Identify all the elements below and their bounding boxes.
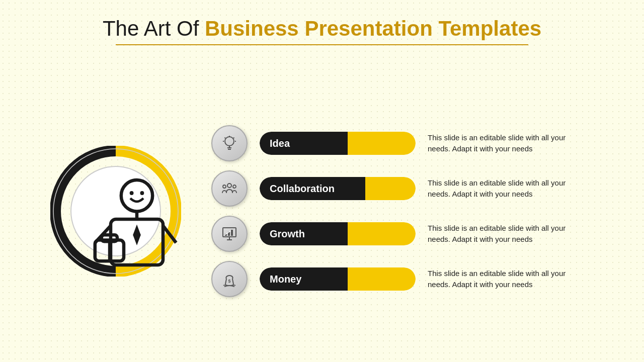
svg-point-23 [233,185,236,188]
item-circle-money: $ [211,261,248,297]
items-list: Idea This slide is an editable slide wit… [211,125,614,297]
svg-point-1 [121,180,152,211]
svg-point-22 [223,185,226,188]
svg-point-12 [225,137,234,146]
main-content: Idea This slide is an editable slide wit… [0,60,644,362]
item-bar-black-growth: Growth [260,222,348,245]
item-label-growth: Growth [270,228,305,240]
item-bar-black-idea: Idea [260,132,348,155]
item-bar-yellow-collaboration [365,177,416,200]
item-description-growth: This slide is an editable slide with all… [428,223,579,245]
svg-rect-27 [231,230,233,236]
item-circle-idea [211,125,248,161]
item-bar-black-collaboration: Collaboration [260,177,365,200]
item-label-idea: Idea [270,138,290,149]
svg-point-10 [130,191,134,195]
businessman-svg [71,167,202,298]
header-title: The Art Of Business Presentation Templat… [103,16,541,41]
header-underline [116,44,528,45]
item-bar-yellow-growth [348,222,416,245]
collaboration-icon [220,179,238,198]
left-circle-container [50,146,181,277]
svg-point-21 [227,184,231,188]
item-row-money: $ Money This slide is an editable slide … [211,261,614,297]
outer-ring [50,146,181,277]
item-bar-growth: Growth [260,222,416,245]
svg-point-11 [140,191,144,195]
item-row-growth: Growth This slide is an editable slide w… [211,216,614,252]
svg-line-18 [233,138,234,139]
svg-text:$: $ [228,279,230,284]
slide-container: The Art Of Business Presentation Templat… [0,0,644,362]
item-row-collaboration: Collaboration This slide is an editable … [211,170,614,207]
inner-circle [70,166,161,256]
money-icon: $ [220,270,238,288]
header: The Art Of Business Presentation Templat… [103,16,541,45]
item-bar-yellow-money [348,267,416,291]
item-description-money: This slide is an editable slide with all… [428,268,579,291]
svg-line-9 [163,226,176,243]
item-description-idea: This slide is an editable slide with all… [428,132,579,155]
item-circle-collaboration [211,170,248,207]
item-bar-collaboration: Collaboration [260,177,416,200]
item-row-idea: Idea This slide is an editable slide wit… [211,125,614,161]
item-bar-black-money: Money [260,267,348,291]
header-prefix: The Art Of [103,17,205,40]
lightbulb-icon [220,134,238,152]
item-bar-idea: Idea [260,132,416,155]
header-highlight: Business Presentation Templates [205,17,541,40]
item-circle-growth [211,216,248,252]
item-label-money: Money [270,274,301,285]
svg-line-17 [225,138,226,139]
item-bar-yellow-idea [348,132,416,155]
growth-icon [220,225,238,243]
svg-marker-3 [133,225,141,246]
item-description-collaboration: This slide is an editable slide with all… [428,177,579,200]
item-bar-money: Money [260,267,416,291]
item-label-collaboration: Collaboration [270,183,335,195]
